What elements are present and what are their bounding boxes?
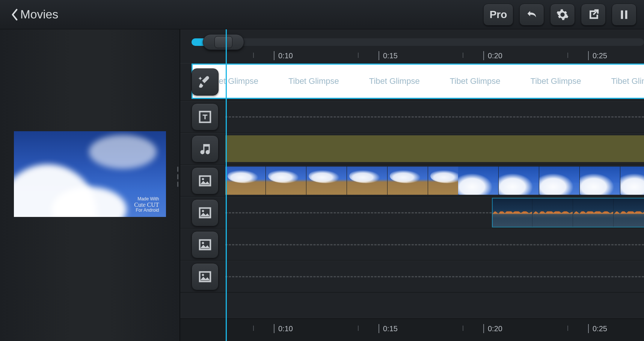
image-icon <box>198 206 212 220</box>
settings-button[interactable] <box>550 4 575 26</box>
timeline-header: 0:100:150:200:25 <box>180 29 644 63</box>
empty-track-indicator <box>225 244 644 245</box>
zoom-scrubber-handle[interactable] <box>203 34 244 50</box>
preview-cloud <box>89 135 157 169</box>
ruler-mark: 0:25 <box>588 324 607 333</box>
theme-title-text: Tibet Glimpse <box>273 76 354 86</box>
video-clip-1b[interactable] <box>458 167 644 195</box>
video-editor-app: Movies Pro <box>0 0 644 341</box>
pro-upgrade-button[interactable]: Pro <box>483 4 513 26</box>
clip-thumbnail <box>347 167 388 195</box>
share-icon <box>587 8 600 21</box>
top-toolbar: Movies Pro <box>0 0 644 29</box>
music-note-icon <box>198 142 212 156</box>
text-track <box>180 101 644 133</box>
clip-thumbnail <box>573 199 614 227</box>
video-clip-1a[interactable] <box>225 167 469 195</box>
brush-icon <box>198 75 212 89</box>
video-track-3-lane[interactable] <box>225 229 644 260</box>
svg-rect-0 <box>621 10 623 19</box>
theme-title-text: Tibet Glimpse <box>516 76 596 86</box>
video-track-4-button[interactable] <box>192 263 219 290</box>
watermark-suffix: For Android <box>136 208 159 213</box>
watermark-logo: Cute CUT <box>134 202 159 208</box>
ruler-mark: 0:20 <box>483 324 502 333</box>
music-track <box>180 133 644 165</box>
watermark-prefix: Made With <box>137 196 159 202</box>
toolbar-actions: Pro <box>483 4 636 26</box>
image-icon <box>198 270 212 284</box>
ruler-mark: 0:10 <box>274 324 293 333</box>
zoom-scrubber-track[interactable] <box>192 38 644 46</box>
text-icon <box>198 110 212 124</box>
bottom-ruler-strip: 0:100:150:200:25 <box>180 318 644 341</box>
svg-point-10 <box>202 274 204 276</box>
time-ruler-top[interactable]: 0:100:150:200:25 <box>192 51 644 63</box>
video-track-4-lane[interactable] <box>225 261 644 292</box>
clip-thumbnail <box>492 199 532 227</box>
image-icon <box>198 238 212 252</box>
text-track-lane[interactable] <box>225 101 644 132</box>
preview-watermark: Made With Cute CUT For Android <box>134 197 159 213</box>
video-track-1-lane[interactable] <box>225 165 644 196</box>
video-track-2-lane[interactable] <box>225 197 644 228</box>
time-ruler-bottom[interactable]: 0:100:150:200:25 <box>192 324 644 336</box>
timeline-panel: 0:100:150:200:25 Tibet GlimpseTibet Glim… <box>180 29 644 341</box>
panel-resize-handle[interactable] <box>174 165 181 188</box>
clip-thumbnail <box>539 167 580 195</box>
back-to-movies-button[interactable]: Movies <box>11 8 58 21</box>
music-clip[interactable] <box>225 135 644 162</box>
clip-thumbnail <box>388 167 428 195</box>
empty-track-indicator <box>225 276 644 277</box>
clip-thumbnail <box>499 167 539 195</box>
ruler-mark: 0:25 <box>588 51 607 60</box>
clip-thumbnail <box>306 167 347 195</box>
svg-point-4 <box>202 178 204 180</box>
video-track-1-button[interactable] <box>192 167 219 194</box>
clip-thumbnail <box>532 199 573 227</box>
pro-label: Pro <box>490 9 507 21</box>
clip-thumbnail <box>266 167 306 195</box>
theme-title-text: Tibet Glimpse <box>435 76 516 86</box>
video-track-4 <box>180 261 644 293</box>
share-button[interactable] <box>581 4 606 26</box>
svg-point-6 <box>202 210 204 212</box>
theme-track: Tibet GlimpseTibet GlimpseTibet GlimpseT… <box>180 63 644 101</box>
video-track-2 <box>180 197 644 229</box>
empty-track-indicator <box>225 116 644 117</box>
clip-thumbnail <box>614 199 644 227</box>
undo-icon <box>525 8 538 21</box>
video-track-1 <box>180 165 644 197</box>
pause-icon <box>618 8 630 21</box>
clip-thumbnail <box>620 167 644 195</box>
preview-panel: Made With Cute CUT For Android <box>0 29 180 341</box>
preview-frame[interactable]: Made With Cute CUT For Android <box>14 131 166 217</box>
image-icon <box>198 174 212 188</box>
text-track-button[interactable] <box>192 103 219 130</box>
theme-clip[interactable]: Tibet GlimpseTibet GlimpseTibet GlimpseT… <box>192 64 644 99</box>
timeline-tracks: Tibet GlimpseTibet GlimpseTibet GlimpseT… <box>180 63 644 318</box>
svg-point-8 <box>202 242 204 244</box>
ruler-mark: 0:15 <box>379 51 398 60</box>
pause-button[interactable] <box>612 4 636 26</box>
clip-thumbnail <box>580 167 620 195</box>
video-track-3 <box>180 229 644 261</box>
clip-thumbnail <box>458 167 499 195</box>
scrubber-knob <box>214 36 232 48</box>
ruler-mark: 0:20 <box>483 51 502 60</box>
video-track-3-button[interactable] <box>192 231 219 258</box>
clip-thumbnail <box>225 167 266 195</box>
chevron-left-icon <box>11 9 18 21</box>
back-label: Movies <box>20 8 58 21</box>
video-track-2-button[interactable] <box>192 199 219 226</box>
ruler-mark: 0:15 <box>379 324 398 333</box>
svg-rect-1 <box>625 10 627 19</box>
theme-title-text: Tibet Glimpse <box>354 76 435 86</box>
gear-icon <box>556 8 569 21</box>
theme-title-text: Tibet Glimpse <box>596 76 644 86</box>
theme-track-button[interactable] <box>192 68 219 95</box>
ruler-mark: 0:10 <box>274 51 293 60</box>
music-track-button[interactable] <box>192 135 219 162</box>
undo-button[interactable] <box>519 4 544 26</box>
video-clip-2[interactable] <box>492 199 644 227</box>
